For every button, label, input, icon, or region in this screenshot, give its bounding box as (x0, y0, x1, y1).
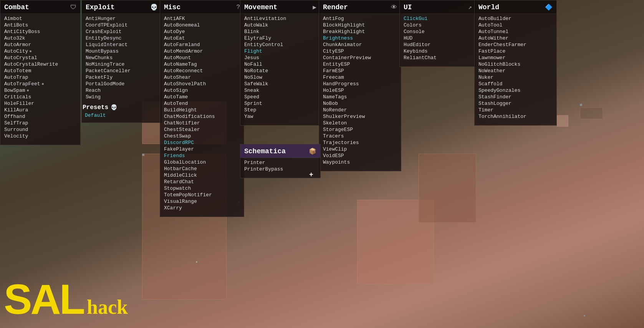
module-item-bowspam[interactable]: BowSpam (3, 87, 77, 94)
module-item-newchunks[interactable]: NewChunks (85, 55, 159, 61)
module-item-autobonemeal[interactable]: AutoBonemeal (163, 22, 241, 28)
module-item-hud[interactable]: HUD (403, 35, 473, 41)
module-item-enderchestfarmer[interactable]: EnderChestFarmer (478, 41, 553, 48)
module-item-hudeditor[interactable]: HudEditor (403, 41, 473, 48)
module-item-waypoints[interactable]: Waypoints (322, 159, 398, 166)
module-item-timer[interactable]: Timer (478, 107, 553, 113)
module-item-autoeat[interactable]: AutoEat (163, 35, 241, 41)
module-item-handprogress[interactable]: HandProgress (322, 81, 398, 87)
module-item-antilevitation[interactable]: AntiLevitation (243, 15, 317, 22)
module-item-entitydesync[interactable]: EntityDesync (85, 35, 159, 41)
module-item-autocrystal[interactable]: AutoCrystal (3, 55, 77, 61)
module-item-nametags[interactable]: NameTags (322, 94, 398, 100)
module-item-autodye[interactable]: AutoDye (163, 28, 241, 35)
module-item-antifog[interactable]: AntiFog (322, 15, 398, 22)
module-item-nobob[interactable]: NoBob (322, 100, 398, 107)
category-header-movement[interactable]: Movement▶ (240, 0, 320, 14)
module-item-autototem[interactable]: AutoTotem (3, 68, 77, 74)
module-item-scaffold[interactable]: Scaffold (478, 81, 553, 87)
module-item-autobuilder[interactable]: AutoBuilder (478, 15, 553, 22)
module-item-entityesp[interactable]: EntityESP (322, 61, 398, 68)
module-item-totempopnotifier[interactable]: TotemPopNotifier (163, 192, 241, 198)
module-item-fakeplayer[interactable]: FakePlayer (163, 146, 241, 152)
category-header-combat[interactable]: Combat🛡 (0, 0, 80, 14)
module-item-keybinds[interactable]: Keybinds (403, 48, 473, 55)
module-item-safewalk[interactable]: SafeWalk (243, 81, 317, 87)
module-item-discordrpc[interactable]: DiscordRPC (163, 139, 241, 146)
module-item-reach[interactable]: Reach (85, 87, 159, 94)
module-item-flight[interactable]: Flight (243, 48, 317, 55)
module-item-fastplace[interactable]: FastPlace (478, 48, 553, 55)
module-item-clickgui[interactable]: ClickGui (403, 15, 473, 22)
module-item-antihunger[interactable]: AntiHunger (85, 15, 159, 22)
module-item-autocrystalrewrite[interactable]: AutoCrystalRewrite (3, 61, 77, 68)
module-item-autocity[interactable]: AutoCity (3, 48, 77, 55)
module-item-autoarmor[interactable]: AutoArmor (3, 41, 77, 48)
module-item-coordtpexploit[interactable]: CoordTPExploit (85, 22, 159, 28)
module-item-nominingtrace[interactable]: NoMiningTrace (85, 61, 159, 68)
module-item-holeesp[interactable]: HoleESP (322, 87, 398, 94)
module-item-norender[interactable]: NoRender (322, 107, 398, 113)
module-item-viewclip[interactable]: ViewClip (322, 146, 398, 152)
module-item-norotate[interactable]: NoRotate (243, 68, 317, 74)
module-item-buildheight[interactable]: BuildHeight (163, 107, 241, 113)
module-item-packetcanceller[interactable]: PacketCanceller (85, 68, 159, 74)
module-item-anticityboss[interactable]: AntiCityBoss (3, 28, 77, 35)
module-item-cityesp[interactable]: CityESP (322, 48, 398, 55)
module-item-noslow[interactable]: NoSlow (243, 74, 317, 81)
module-item-brightness[interactable]: Brightness (322, 35, 398, 41)
module-item-reliantchat[interactable]: ReliantChat (403, 55, 473, 61)
module-item-offhand[interactable]: Offhand (3, 113, 77, 120)
module-item-lawnmower[interactable]: Lawnmower (478, 55, 553, 61)
module-item-stashlogger[interactable]: StashLogger (478, 100, 553, 107)
module-item-chunkanimator[interactable]: ChunkAnimator (322, 41, 398, 48)
module-item-autofarmland[interactable]: AutoFarmland (163, 41, 241, 48)
module-item-chatnotifier[interactable]: ChatNotifier (163, 120, 241, 126)
module-item-freecam[interactable]: Freecam (322, 74, 398, 81)
module-item-storageesp[interactable]: StorageESP (322, 126, 398, 133)
module-item-tracers[interactable]: Tracers (322, 133, 398, 139)
module-item-elytrafly[interactable]: ElytraFly (243, 35, 317, 41)
module-item-autotame[interactable]: AutoTame (163, 94, 241, 100)
module-item-antiafk[interactable]: AntiAFK (163, 15, 241, 22)
module-item-killaura[interactable]: KillAura (3, 107, 77, 113)
module-item-cheststealer[interactable]: ChestStealer (163, 126, 241, 133)
module-item-crashexploit[interactable]: CrashExploit (85, 28, 159, 35)
category-header-world[interactable]: World🔷 (475, 0, 556, 14)
module-item-middleclick[interactable]: MiddleClick (163, 172, 241, 179)
module-item-jesus[interactable]: Jesus (243, 55, 317, 61)
module-item-noglitchblocks[interactable]: NoGlitchBlocks (478, 61, 553, 68)
module-item-speedygonzales[interactable]: SpeedyGonzales (478, 87, 553, 94)
module-item-autosign[interactable]: AutoSign (163, 87, 241, 94)
module-item-velocity[interactable]: Velocity (3, 133, 77, 139)
module-item-step[interactable]: Step (243, 107, 317, 113)
module-item-blockhighlight[interactable]: BlockHighlight (322, 22, 398, 28)
module-item-autowither[interactable]: AutoWither (478, 35, 553, 41)
module-item-swing[interactable]: Swing (85, 94, 159, 100)
module-item-noweather[interactable]: NoWeather (478, 68, 553, 74)
presets-default[interactable]: Default (82, 112, 107, 119)
module-item-globallocation[interactable]: GlobalLocation (163, 159, 241, 166)
category-header-exploit[interactable]: Exploit💀 (82, 0, 162, 14)
module-item-console[interactable]: Console (403, 28, 473, 35)
module-item-farmesp[interactable]: FarmESP (322, 68, 398, 74)
module-item-mountbypass[interactable]: MountBypass (85, 48, 159, 55)
module-item-autowalk[interactable]: AutoWalk (243, 22, 317, 28)
module-item-friends[interactable]: Friends (163, 152, 241, 159)
module-item-surround[interactable]: Surround (3, 126, 77, 133)
module-item-autotool[interactable]: AutoTool (478, 22, 553, 28)
module-item-chatmodifications[interactable]: ChatModifications (163, 113, 241, 120)
module-item-sprint[interactable]: Sprint (243, 100, 317, 107)
module-item-shulkerpreview[interactable]: ShulkerPreview (322, 113, 398, 120)
module-item-chestswap[interactable]: ChestSwap (163, 133, 241, 139)
module-item-autoshear[interactable]: AutoShear (163, 74, 241, 81)
module-item-autonametag[interactable]: AutoNameTag (163, 61, 241, 68)
module-item-torchannihilator[interactable]: TorchAnnihilator (478, 113, 553, 120)
category-header-misc[interactable]: Misc? (160, 0, 244, 14)
module-item-autotrapfeet[interactable]: AutoTrapFeet (3, 81, 77, 87)
module-item-hotbarcache[interactable]: HotbarCache (163, 166, 241, 172)
module-item-criticals[interactable]: Criticals (3, 94, 77, 100)
schematica-item-printerbypass[interactable]: PrinterBypass (243, 166, 317, 172)
module-item-yaw[interactable]: Yaw (243, 113, 317, 120)
module-item-xcarry[interactable]: XCarry (163, 205, 241, 211)
